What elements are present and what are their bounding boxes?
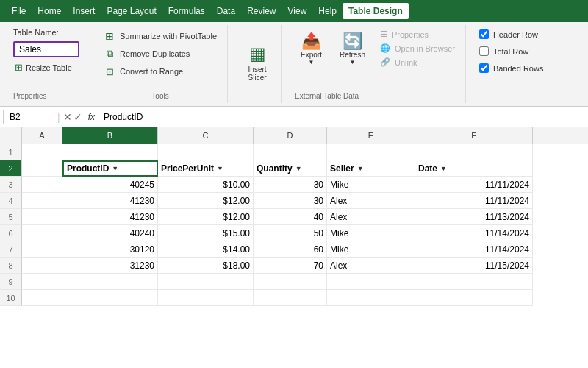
row-num-2[interactable]: 2 (0, 160, 22, 177)
cell-b6[interactable]: 40240 (62, 225, 158, 241)
date-dropdown[interactable]: ▼ (440, 165, 447, 172)
cell-c1[interactable] (158, 144, 254, 160)
menu-home[interactable]: Home (32, 3, 67, 19)
cell-f4[interactable]: 11/11/2024 (415, 193, 533, 209)
header-row-checkbox[interactable] (479, 29, 489, 39)
cell-d1[interactable] (254, 144, 327, 160)
col-header-d[interactable]: D (254, 127, 327, 144)
cell-c7[interactable]: $14.00 (158, 241, 254, 258)
cell-a10[interactable] (22, 290, 62, 306)
table-name-input[interactable] (13, 41, 79, 57)
cell-b10[interactable] (62, 290, 158, 306)
menu-review[interactable]: Review (241, 3, 282, 19)
quantity-dropdown[interactable]: ▼ (295, 165, 302, 172)
col-header-a[interactable]: A (22, 127, 62, 144)
banded-rows-checkbox[interactable] (479, 63, 489, 73)
cell-e6[interactable]: Mike (327, 225, 415, 241)
cell-a1[interactable] (22, 144, 62, 160)
properties-button[interactable]: ☰ Properties (377, 28, 458, 40)
cell-f8[interactable]: 11/15/2024 (415, 258, 533, 274)
cell-d4[interactable]: 30 (254, 193, 327, 209)
col-header-f[interactable]: F (415, 127, 533, 144)
priceperunit-dropdown[interactable]: ▼ (217, 165, 223, 172)
row-num-3[interactable]: 3 (0, 177, 22, 193)
summarize-pivottable-button[interactable]: ⊞ Summarize with PivotTable (101, 28, 220, 44)
cell-e3[interactable]: Mike (327, 177, 415, 193)
cell-f7[interactable]: 11/14/2024 (415, 241, 533, 258)
cell-e8[interactable]: Alex (327, 258, 415, 274)
total-row-checkbox[interactable] (479, 46, 489, 56)
cell-b3[interactable]: 40245 (62, 177, 158, 193)
seller-dropdown[interactable]: ▼ (357, 165, 364, 172)
menu-formulas[interactable]: Formulas (162, 3, 211, 19)
cell-a4[interactable] (22, 193, 62, 209)
menu-view[interactable]: View (282, 3, 313, 19)
cell-c6[interactable]: $15.00 (158, 225, 254, 241)
refresh-button[interactable]: 🔄 Refresh ▼ (334, 29, 371, 68)
cell-b4[interactable]: 41230 (62, 193, 158, 209)
cell-d3[interactable]: 30 (254, 177, 327, 193)
cell-e2[interactable]: Seller ▼ (327, 160, 415, 177)
cell-d8[interactable]: 70 (254, 258, 327, 274)
cell-f5[interactable]: 11/13/2024 (415, 209, 533, 225)
export-button[interactable]: 📤 Export ▼ (295, 29, 328, 68)
cell-e7[interactable]: Mike (327, 241, 415, 258)
cell-f2[interactable]: Date ▼ (415, 160, 533, 177)
cell-c8[interactable]: $18.00 (158, 258, 254, 274)
formula-input[interactable] (101, 110, 585, 124)
cell-d2[interactable]: Quantity ▼ (254, 160, 327, 177)
cell-f10[interactable] (415, 290, 533, 306)
cell-a2[interactable] (22, 160, 62, 177)
cell-f6[interactable]: 11/14/2024 (415, 225, 533, 241)
cell-c2[interactable]: PricePerUnit ▼ (158, 160, 254, 177)
productid-dropdown[interactable]: ▼ (112, 165, 118, 172)
cell-e4[interactable]: Alex (327, 193, 415, 209)
cell-b1[interactable] (62, 144, 158, 160)
cell-a3[interactable] (22, 177, 62, 193)
row-num-5[interactable]: 5 (0, 209, 22, 225)
cell-f1[interactable] (415, 144, 533, 160)
col-header-c[interactable]: C (158, 127, 254, 144)
col-header-e[interactable]: E (327, 127, 415, 144)
cell-b7[interactable]: 30120 (62, 241, 158, 258)
cell-c5[interactable]: $12.00 (158, 209, 254, 225)
cell-a5[interactable] (22, 209, 62, 225)
row-num-8[interactable]: 8 (0, 258, 22, 274)
cell-e9[interactable] (327, 274, 415, 290)
cell-f9[interactable] (415, 274, 533, 290)
cell-c10[interactable] (158, 290, 254, 306)
cell-d5[interactable]: 40 (254, 209, 327, 225)
cell-d7[interactable]: 60 (254, 241, 327, 258)
resize-table-button[interactable]: ⊞ Resize Table (13, 60, 79, 74)
col-header-b[interactable]: B (62, 127, 158, 144)
row-num-10[interactable]: 10 (0, 290, 22, 306)
cell-a7[interactable] (22, 241, 62, 258)
confirm-formula-button[interactable]: ✓ (74, 111, 82, 123)
cell-e5[interactable]: Alex (327, 209, 415, 225)
cell-c9[interactable] (158, 274, 254, 290)
cell-reference[interactable]: B2 (3, 110, 54, 124)
cell-b8[interactable]: 31230 (62, 258, 158, 274)
cell-a6[interactable] (22, 225, 62, 241)
cell-c4[interactable]: $12.00 (158, 193, 254, 209)
row-num-4[interactable]: 4 (0, 193, 22, 209)
row-num-9[interactable]: 9 (0, 274, 22, 290)
open-browser-button[interactable]: 🌐 Open in Browser (377, 42, 458, 54)
cell-a8[interactable] (22, 258, 62, 274)
cancel-formula-button[interactable]: ✕ (63, 111, 72, 123)
remove-duplicates-button[interactable]: ⧉ Remove Duplicates (101, 46, 220, 62)
cell-d6[interactable]: 50 (254, 225, 327, 241)
convert-range-button[interactable]: ⊡ Convert to Range (101, 63, 220, 79)
menu-file[interactable]: File (6, 3, 32, 19)
unlink-button[interactable]: 🔗 Unlink (377, 56, 458, 68)
cell-d10[interactable] (254, 290, 327, 306)
cell-b5[interactable]: 41230 (62, 209, 158, 225)
cell-e10[interactable] (327, 290, 415, 306)
menu-insert[interactable]: Insert (67, 3, 101, 19)
row-num-6[interactable]: 6 (0, 225, 22, 241)
row-num-7[interactable]: 7 (0, 241, 22, 258)
cell-f3[interactable]: 11/11/2024 (415, 177, 533, 193)
cell-c3[interactable]: $10.00 (158, 177, 254, 193)
cell-b9[interactable] (62, 274, 158, 290)
menu-data[interactable]: Data (211, 3, 241, 19)
